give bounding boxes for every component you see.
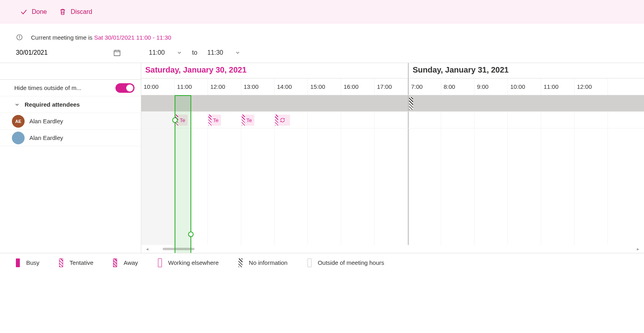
legend-away: Away [113,258,138,267]
legend: Busy Tentative Away Working elsewhere No… [0,253,644,272]
availability-row[interactable]: Te Te Te [141,112,644,128]
horizontal-scrollbar[interactable]: ◂ ▸ [141,245,644,253]
info-datetime: Sat 30/01/2021 11:00 - 11:30 [94,34,171,41]
info-icon [16,34,23,41]
hide-times-toggle[interactable] [115,83,135,93]
hour-label: 7:00 [408,78,441,95]
attendee-row[interactable]: AE Alan Eardley [0,113,141,130]
selection-end-handle[interactable] [188,232,194,237]
chevron-down-icon [177,50,182,56]
legend-tentative: Tentative [59,258,93,267]
trash-icon [59,8,67,16]
grid-body: Te Te Te [141,95,644,253]
avatar: AE [12,115,25,128]
hour-label: 11:00 [541,78,575,95]
info-text: Current meeting time is Sat 30/01/2021 1… [31,34,171,41]
date-input[interactable] [16,49,103,56]
to-label: to [192,49,197,56]
summary-row [141,95,644,112]
chevron-down-icon [14,102,20,107]
avatar [12,132,25,144]
legend-busy: Busy [16,258,39,267]
hour-label: 10:00 [508,78,541,95]
hour-label: 8:00 [441,78,475,95]
controls-bar: 11:00 to 11:30 [0,45,644,63]
hour-label: 11:00 [175,78,208,95]
hour-label: 12:00 [208,78,241,95]
day-header-2: Sunday, January 31, 2021 [409,63,513,78]
recurring-icon [280,117,285,123]
svg-point-2 [19,36,19,36]
time-selection[interactable] [175,95,191,253]
done-label: Done [32,8,47,15]
attendee-name: Alan Eardley [29,134,63,141]
time-ruler: 10:00 11:00 12:00 13:00 14:00 15:00 16:0… [141,78,644,95]
hour-label: 15:00 [308,78,341,95]
legend-no-information: No information [238,258,288,267]
start-time-select[interactable]: 11:00 [149,49,182,56]
svg-rect-3 [114,50,120,56]
scroll-left-icon[interactable]: ◂ [146,246,148,252]
tentative-event[interactable]: Te [208,115,221,126]
info-bar: Current meeting time is Sat 30/01/2021 1… [0,24,644,45]
check-icon [20,8,28,16]
hour-label: 13:00 [241,78,275,95]
hour-label: 10:00 [141,78,175,95]
no-information-block [409,97,413,110]
tentative-event[interactable]: Te [242,115,254,126]
hide-times-label: Hide times outside of m... [14,84,112,91]
tentative-event[interactable] [275,115,290,126]
day-header-1: Saturday, January 30, 2021 [141,63,250,78]
scroll-right-icon[interactable]: ▸ [637,246,639,252]
hour-label: 9:00 [475,78,508,95]
legend-working-elsewhere: Working elsewhere [158,258,219,267]
selection-start-handle[interactable] [172,117,178,123]
required-attendees-header[interactable]: Required attendees [0,96,141,113]
end-time-select[interactable]: 11:30 [207,49,240,56]
discard-label: Discard [71,8,92,15]
attendee-name: Alan Eardley [29,118,63,124]
hour-label: 17:00 [375,78,408,95]
attendee-row[interactable]: Alan Eardley [0,130,141,146]
time-grid: Saturday, January 30, 2021 Sunday, Janua… [141,63,644,253]
hour-label: 14:00 [275,78,308,95]
hour-label: 16:00 [341,78,375,95]
chevron-down-icon [235,50,240,56]
legend-outside-hours: Outside of meeting hours [308,258,384,267]
top-bar: Done Discard [0,0,644,24]
discard-button[interactable]: Discard [59,8,92,16]
done-button[interactable]: Done [20,8,47,16]
hour-label: 12:00 [575,78,608,95]
calendar-icon[interactable] [113,49,121,57]
scheduling-grid: Hide times outside of m... Required atte… [0,63,644,253]
attendee-panel: Hide times outside of m... Required atte… [0,63,141,253]
